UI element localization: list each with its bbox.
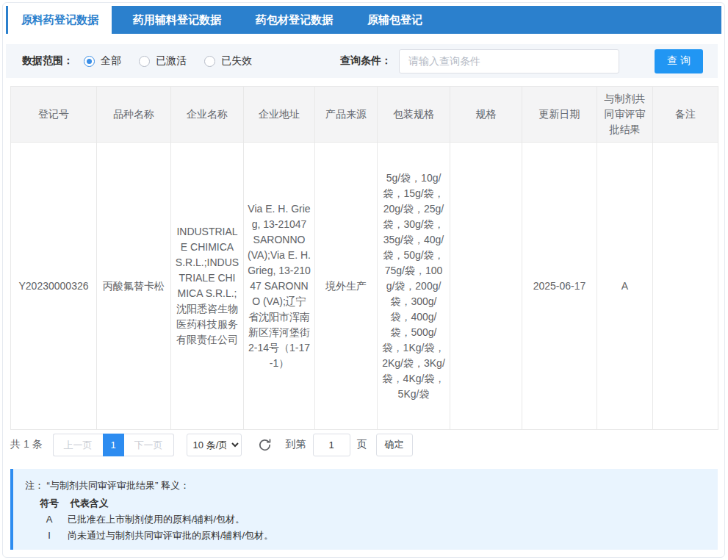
total-count: 共 1 条 — [10, 438, 43, 451]
note-symbol-i: I — [37, 528, 62, 544]
radio-activated[interactable]: 已激活 — [139, 54, 187, 68]
scope-radio-group: 全部 已激活 已失效 — [84, 54, 270, 68]
current-page-button[interactable]: 1 — [103, 434, 124, 456]
radio-all-label: 全部 — [101, 54, 121, 68]
note-meaning-i: 尚未通过与制剂共同审评审批的原料/辅料/包材。 — [68, 528, 273, 544]
cell-spec — [450, 143, 522, 430]
cell-update-date: 2025-06-17 — [522, 143, 597, 430]
confirm-button[interactable]: 确定 — [376, 434, 413, 456]
radio-expired-icon[interactable] — [204, 56, 215, 67]
legend-note: 注： “与制剂共同审评审批结果” 释义： 符号 代表含义 A 已批准在上市制剂使… — [10, 469, 718, 550]
col-package-spec: 包装规格 — [378, 87, 450, 143]
col-spec: 规格 — [450, 87, 522, 143]
note-row-a: A 已批准在上市制剂使用的原料/辅料/包材。 — [25, 511, 718, 528]
page-card: 原料药登记数据 药用辅料登记数据 药包材登记数据 原辅包登记 数据范围： 全部 … — [2, 2, 725, 558]
col-product-name: 品种名称 — [97, 87, 171, 143]
note-symbol-header: 符号 — [37, 495, 62, 511]
query-condition-label: 查询条件： — [340, 54, 392, 68]
cell-package-spec: 5g/袋，10g/袋，15g/袋，20g/袋，25g/袋，30g/袋，35g/袋… — [378, 143, 450, 430]
col-registration-no: 登记号 — [11, 87, 97, 143]
cell-product-name: 丙酸氟替卡松 — [97, 143, 171, 430]
cell-product-source: 境外生产 — [315, 143, 378, 430]
col-update-date: 更新日期 — [522, 87, 597, 143]
tab-excipient-registration[interactable]: 药用辅料登记数据 — [120, 6, 234, 34]
note-row-i: I 尚未通过与制剂共同审评审批的原料/辅料/包材。 — [25, 528, 718, 544]
page-size-select[interactable]: 10 条/页 — [187, 434, 242, 456]
cell-review-result: A — [597, 143, 653, 430]
tab-packaging-registration[interactable]: 药包材登记数据 — [242, 6, 346, 34]
radio-expired[interactable]: 已失效 — [204, 54, 252, 68]
pagination-bar: 共 1 条 上一页 1 下一页 10 条/页 到第 页 确定 — [10, 433, 413, 456]
tab-raw-aux-pack[interactable]: 原辅包登记 — [354, 6, 436, 34]
data-scope-label: 数据范围： — [22, 54, 73, 68]
note-meaning-a: 已批准在上市制剂使用的原料/辅料/包材。 — [68, 511, 245, 528]
goto-page-label: 到第 — [286, 438, 306, 451]
radio-expired-label: 已失效 — [221, 54, 252, 68]
table-header-row: 登记号 品种名称 企业名称 企业地址 产品来源 包装规格 规格 更新日期 与制剂… — [11, 87, 718, 143]
page-button-group: 上一页 1 下一页 — [53, 434, 174, 456]
note-title: 注： “与制剂共同审评审批结果” 释义： — [25, 478, 718, 494]
cell-registration-no: Y20230000326 — [11, 143, 97, 430]
next-page-button[interactable]: 下一页 — [124, 434, 174, 456]
cell-company-name: INDUSTRIALE CHIMICA S.R.L.;INDUSTRIALE C… — [171, 143, 244, 430]
radio-all-icon[interactable] — [84, 56, 95, 67]
tab-api-registration[interactable]: 原料药登记数据 — [8, 6, 112, 34]
cell-company-address: Via E. H. Grieg, 13-21047 SARONNO (VA);V… — [244, 143, 315, 430]
note-header: 符号 代表含义 — [25, 495, 718, 511]
search-button[interactable]: 查 询 — [655, 49, 703, 73]
query-input[interactable] — [399, 49, 619, 73]
registration-table: 登记号 品种名称 企业名称 企业地址 产品来源 包装规格 规格 更新日期 与制剂… — [10, 86, 718, 430]
tab-bar: 原料药登记数据 药用辅料登记数据 药包材登记数据 原辅包登记 — [6, 6, 721, 34]
col-company-name: 企业名称 — [171, 87, 244, 143]
filter-bar: 数据范围： 全部 已激活 已失效 查询条件： 查 询 — [6, 44, 718, 78]
note-symbol-a: A — [37, 511, 62, 528]
col-product-source: 产品来源 — [315, 87, 378, 143]
refresh-icon[interactable] — [257, 437, 273, 453]
radio-all[interactable]: 全部 — [84, 54, 121, 68]
col-company-address: 企业地址 — [244, 87, 315, 143]
prev-page-button[interactable]: 上一页 — [53, 434, 103, 456]
cell-remark — [653, 143, 718, 430]
col-review-result: 与制剂共同审评审批结果 — [597, 87, 653, 143]
radio-activated-label: 已激活 — [156, 54, 187, 68]
col-remark: 备注 — [653, 87, 718, 143]
note-meaning-header: 代表含义 — [71, 495, 109, 511]
radio-activated-icon[interactable] — [139, 56, 150, 67]
page-unit-label: 页 — [357, 438, 367, 451]
table-row: Y20230000326 丙酸氟替卡松 INDUSTRIALE CHIMICA … — [11, 143, 718, 430]
goto-page-input[interactable] — [313, 434, 350, 456]
